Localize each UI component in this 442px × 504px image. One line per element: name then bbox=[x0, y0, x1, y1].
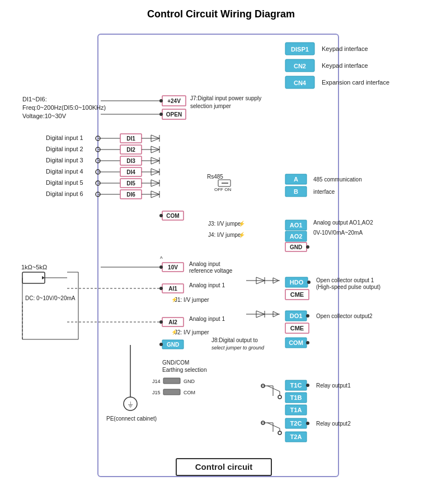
svg-text:T2C: T2C bbox=[290, 420, 302, 427]
svg-text:T1B: T1B bbox=[290, 394, 302, 401]
svg-text:DI3: DI3 bbox=[126, 158, 135, 164]
svg-text:Control circuit: Control circuit bbox=[195, 462, 253, 472]
svg-text:Rs485: Rs485 bbox=[207, 174, 223, 180]
svg-line-185 bbox=[267, 423, 280, 428]
svg-text:OPEN: OPEN bbox=[166, 111, 182, 118]
svg-text:Relay output1: Relay output1 bbox=[316, 382, 351, 389]
wiring-diagram: DISP1 Keypad interface CN2 Keypad interf… bbox=[11, 29, 431, 493]
svg-point-149 bbox=[306, 341, 309, 344]
svg-text:+24V: +24V bbox=[167, 98, 181, 104]
svg-point-73 bbox=[159, 214, 163, 217]
svg-text:T1A: T1A bbox=[290, 407, 302, 413]
svg-text:Open collector output2: Open collector output2 bbox=[316, 313, 373, 319]
svg-text:AI2: AI2 bbox=[168, 319, 177, 325]
svg-text:DI4: DI4 bbox=[126, 169, 135, 175]
svg-text:485 communication: 485 communication bbox=[313, 176, 362, 183]
svg-text:interface: interface bbox=[313, 189, 335, 195]
svg-text:DC: 0~10V/0~20mA: DC: 0~10V/0~20mA bbox=[25, 295, 76, 301]
svg-text:J8:Digital output to: J8:Digital output to bbox=[211, 337, 258, 343]
svg-point-190 bbox=[306, 422, 309, 425]
svg-text:Digital input 1: Digital input 1 bbox=[46, 134, 83, 141]
svg-text:AI1: AI1 bbox=[168, 286, 177, 292]
svg-text:Analog input: Analog input bbox=[189, 261, 220, 267]
svg-point-154 bbox=[159, 343, 163, 346]
svg-text:Keypad interface: Keypad interface bbox=[322, 62, 368, 69]
svg-text:OFF ON: OFF ON bbox=[214, 187, 231, 192]
svg-text:Voltage:10~30V: Voltage:10~30V bbox=[22, 113, 67, 119]
svg-text:^: ^ bbox=[160, 256, 163, 262]
svg-point-96 bbox=[306, 245, 309, 249]
svg-text:J2: I/V jumper: J2: I/V jumper bbox=[175, 329, 209, 335]
svg-text:Freq:0~200Hz(DI5:0~100KHz): Freq:0~200Hz(DI5:0~100KHz) bbox=[22, 104, 106, 111]
page-wrapper: Control Circuit Wiring Diagram DISP1 Key… bbox=[11, 8, 431, 493]
svg-text:DI5: DI5 bbox=[126, 180, 135, 186]
svg-text:selection jumper: selection jumper bbox=[190, 103, 231, 109]
svg-text:DI1: DI1 bbox=[126, 136, 135, 142]
svg-text:J3: I/V jumper: J3: I/V jumper bbox=[208, 221, 243, 227]
svg-text:Earthing selection: Earthing selection bbox=[162, 367, 207, 373]
svg-text:PE(connect cabinet): PE(connect cabinet) bbox=[106, 416, 157, 422]
svg-text:J15: J15 bbox=[152, 390, 161, 395]
svg-text:0V-10V/0mA~20mA: 0V-10V/0mA~20mA bbox=[313, 230, 363, 236]
svg-text:Open collector output 1: Open collector output 1 bbox=[316, 277, 374, 283]
svg-point-176 bbox=[306, 384, 309, 387]
svg-line-171 bbox=[267, 386, 280, 391]
svg-text:CME: CME bbox=[290, 325, 304, 332]
svg-text:J4: I/V jumper: J4: I/V jumper bbox=[208, 232, 243, 238]
svg-text:GND/COM: GND/COM bbox=[162, 360, 189, 366]
svg-text:⚡: ⚡ bbox=[171, 329, 178, 335]
svg-point-138 bbox=[306, 314, 309, 318]
svg-text:CME: CME bbox=[290, 291, 304, 298]
svg-text:Analog input 1: Analog input 1 bbox=[189, 316, 225, 322]
svg-text:Relay output2: Relay output2 bbox=[316, 421, 351, 427]
svg-text:Expansion card interface: Expansion card interface bbox=[322, 79, 389, 86]
svg-text:Analog input 1: Analog input 1 bbox=[189, 282, 225, 288]
svg-text:HDO: HDO bbox=[290, 279, 304, 286]
svg-text:Digital input 4: Digital input 4 bbox=[46, 168, 83, 175]
svg-text:DO1: DO1 bbox=[290, 312, 303, 319]
svg-text:DI6: DI6 bbox=[126, 192, 135, 198]
svg-text:1kΩ~5kΩ: 1kΩ~5kΩ bbox=[21, 264, 47, 270]
svg-text:CN4: CN4 bbox=[294, 80, 307, 86]
svg-text:GND: GND bbox=[167, 342, 179, 348]
svg-text:J7:Digital input power supply: J7:Digital input power supply bbox=[190, 95, 261, 101]
svg-text:GND: GND bbox=[184, 379, 195, 384]
svg-text:Digital input 2: Digital input 2 bbox=[46, 146, 83, 152]
svg-text:(High-speed pulse output): (High-speed pulse output) bbox=[316, 284, 380, 290]
svg-text:T1C: T1C bbox=[290, 382, 302, 389]
svg-point-119 bbox=[307, 281, 311, 284]
page-title: Control Circuit Wiring Diagram bbox=[11, 8, 431, 20]
svg-text:J14: J14 bbox=[152, 379, 161, 384]
svg-text:select jumper to ground: select jumper to ground bbox=[211, 345, 265, 351]
svg-rect-161 bbox=[163, 389, 180, 395]
svg-text:10V: 10V bbox=[168, 264, 178, 270]
svg-text:⚡: ⚡ bbox=[171, 296, 178, 303]
svg-text:AO2: AO2 bbox=[290, 233, 303, 240]
svg-text:AO1: AO1 bbox=[290, 222, 303, 228]
svg-text:Digital input 5: Digital input 5 bbox=[46, 179, 83, 186]
svg-text:CN2: CN2 bbox=[294, 63, 306, 69]
svg-rect-158 bbox=[163, 378, 180, 384]
svg-text:DISP1: DISP1 bbox=[291, 46, 309, 53]
svg-text:Analog output AO1,AO2: Analog output AO1,AO2 bbox=[313, 220, 373, 226]
svg-text:⏚: ⏚ bbox=[128, 399, 133, 408]
svg-text:Digital input 6: Digital input 6 bbox=[46, 190, 83, 197]
svg-text:⚡: ⚡ bbox=[238, 231, 246, 239]
svg-text:COM: COM bbox=[289, 339, 303, 346]
svg-text:DI1~DI6:: DI1~DI6: bbox=[22, 96, 47, 102]
svg-text:A: A bbox=[294, 176, 298, 183]
svg-text:COM: COM bbox=[166, 213, 179, 219]
svg-text:Digital input 3: Digital input 3 bbox=[46, 157, 83, 164]
svg-rect-98 bbox=[22, 272, 45, 283]
svg-text:T2A: T2A bbox=[290, 433, 302, 440]
svg-text:B: B bbox=[294, 188, 298, 195]
svg-text:GND: GND bbox=[290, 244, 302, 250]
svg-text:Keypad interface: Keypad interface bbox=[322, 45, 368, 52]
svg-text:J1: I/V jumper: J1: I/V jumper bbox=[175, 297, 209, 303]
svg-text:DI2: DI2 bbox=[126, 147, 135, 153]
svg-text:⚡: ⚡ bbox=[238, 220, 246, 227]
svg-text:COM: COM bbox=[184, 390, 195, 395]
svg-text:reference voltage: reference voltage bbox=[189, 268, 233, 274]
